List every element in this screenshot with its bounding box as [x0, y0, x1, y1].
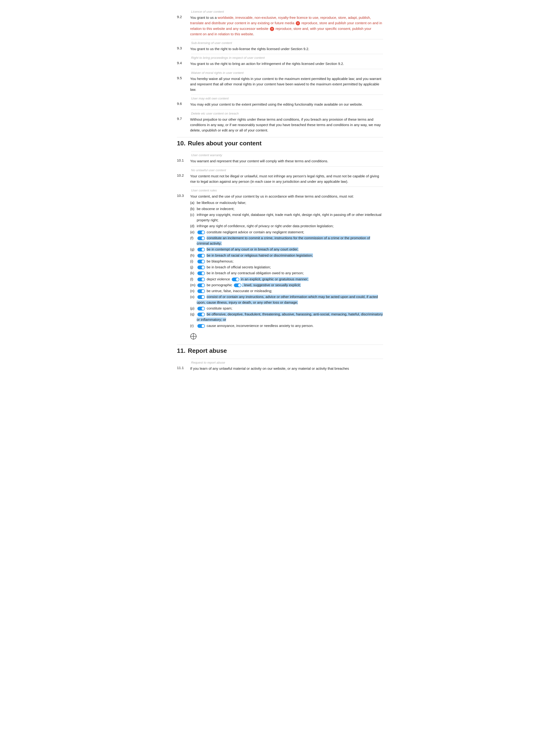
subsection-header: Sub-licensing of user content — [191, 39, 383, 45]
list-letter: (c) — [190, 212, 197, 223]
clause-row: 10.3Your content, and the use of your co… — [177, 193, 383, 329]
list-letter: (i) — [190, 259, 197, 264]
list-item: (o) consist of or contain any instructio… — [190, 294, 383, 305]
list-content: be in breach of official secrets legisla… — [197, 264, 383, 270]
clause-row: 9.5You hereby waive all your moral right… — [177, 76, 383, 93]
section-title: 10. Rules about your content — [177, 137, 383, 149]
list-item: (c)infringe any copyright, moral right, … — [190, 212, 383, 223]
list-letter: (l) — [190, 276, 197, 282]
list-letter: (g) — [190, 247, 197, 252]
subsection-header: User content warranty — [191, 151, 383, 157]
list-content: infringe any copyright, moral right, dat… — [197, 212, 383, 223]
list-letter: (b) — [190, 206, 197, 211]
subsection-header: Right to bring proceedings in respect of… — [191, 54, 383, 59]
list-letter: (k) — [190, 270, 197, 276]
toggle-switch[interactable] — [197, 237, 205, 240]
subsection-header: Request to report abuse — [191, 359, 383, 364]
list-letter: (r) — [190, 323, 197, 328]
subsection-header: Delete etc user content on breach — [191, 110, 383, 115]
prohibited-icon — [270, 27, 274, 31]
clause-row: 9.7Without prejudice to our other rights… — [177, 117, 383, 133]
subsection-header: No unlawful user content — [191, 166, 383, 172]
clause-text: You warrant and represent that your cont… — [190, 158, 383, 164]
crosshair-icon[interactable] — [190, 333, 197, 340]
list-content: be blasphemous; — [197, 259, 383, 264]
list-item: (n) be untrue, false, inaccurate or misl… — [190, 288, 383, 294]
section-label: Rules about your content — [188, 140, 261, 147]
toggle-switch[interactable] — [197, 324, 205, 328]
list-item: (q) be offensive, deceptive, fraudulent,… — [190, 311, 383, 322]
list-content: be in contempt of any court or in breach… — [197, 247, 383, 252]
subsection-header: User may edit own content — [191, 95, 383, 100]
list-letter: (n) — [190, 288, 197, 294]
list-letter: (o) — [190, 294, 197, 305]
toggle-switch[interactable] — [197, 283, 205, 287]
clause-row: 10.1You warrant and represent that your … — [177, 158, 383, 164]
subsection-header: Licence of user content — [191, 8, 383, 13]
subsection-header: Waiver of moral rights in user content — [191, 69, 383, 75]
list-letter: (a) — [190, 200, 197, 205]
clause-number: 10.2 — [177, 173, 190, 184]
list-letter: (q) — [190, 311, 197, 322]
clause-number: 9.6 — [177, 102, 190, 107]
list-item: (j) be in breach of official secrets leg… — [190, 264, 383, 270]
list-content: constitute an incitement to commit a cri… — [197, 235, 383, 246]
list-item: (m) be pornographic , lewd, suggestive o… — [190, 282, 383, 288]
prohibited-icon — [296, 21, 300, 25]
list-content: be obscene or indecent; — [197, 206, 383, 211]
list-item: (k) be in breach of any contractual obli… — [190, 270, 383, 276]
clause-row: 9.6You may edit your content to the exte… — [177, 102, 383, 107]
toggle-switch[interactable] — [197, 313, 205, 316]
clause-text: You hereby waive all your moral rights i… — [190, 76, 383, 93]
list-content: be libellous or maliciously false; — [197, 200, 383, 205]
list-item: (e) constitute negligent advice or conta… — [190, 229, 383, 235]
clause-text: Without prejudice to our other rights un… — [190, 117, 383, 133]
list-item: (g) be in contempt of any court or in br… — [190, 247, 383, 252]
clause-number: 9.4 — [177, 61, 190, 66]
clause-text-partial: cause annoyance, inconvenience or needle… — [206, 324, 313, 328]
list-item: (r) cause annoyance, inconvenience or ne… — [190, 323, 383, 328]
clause-row: 9.2You grant to us a worldwide, irrevoca… — [177, 15, 383, 37]
document-content: Licence of user content9.2You grant to u… — [177, 8, 383, 371]
list-letter: (h) — [190, 253, 197, 258]
clause-text: You grant to us a worldwide, irrevocable… — [190, 15, 383, 37]
section-title: 11. Report abuse — [177, 344, 383, 356]
list-content: constitute negligent advice or contain a… — [197, 229, 383, 235]
clause-number: 9.2 — [177, 15, 190, 37]
list-letter: (m) — [190, 282, 197, 288]
list-letter: (j) — [190, 264, 197, 270]
highlighted-text: be in contempt of any court or in breach… — [206, 247, 298, 251]
list-content: constitute spam; — [197, 306, 383, 311]
clause-number: 10.3 — [177, 193, 190, 329]
clause-number: 11.1 — [177, 366, 190, 371]
list-item: (a)be libellous or maliciously false; — [190, 200, 383, 205]
highlighted-text: be in breach of racial or religious hatr… — [206, 253, 313, 257]
toggle-switch[interactable] — [197, 278, 205, 281]
list-content: depict violence in an explicit, graphic … — [197, 276, 383, 282]
toggle-switch[interactable] — [232, 278, 239, 281]
toggle-switch[interactable] — [197, 231, 205, 234]
sublist: (a)be libellous or maliciously false;(b)… — [190, 200, 383, 328]
toggle-switch[interactable] — [197, 254, 205, 258]
toggle-switch[interactable] — [197, 307, 205, 310]
clause-text: You grant to us the right to sub-license… — [190, 46, 383, 51]
list-content: be untrue, false, inaccurate or misleadi… — [197, 288, 383, 294]
toggle-switch[interactable] — [197, 266, 205, 269]
toggle-switch[interactable] — [197, 260, 205, 263]
toggle-switch[interactable] — [197, 271, 205, 275]
section-number: 10. — [177, 140, 185, 147]
highlighted-text: be offensive, deceptive, fraudulent, thr… — [197, 312, 383, 321]
section-number: 11. — [177, 347, 185, 354]
list-item: (h) be in breach of racial or religious … — [190, 253, 383, 258]
toggle-switch[interactable] — [197, 295, 205, 299]
list-content: be in breach of racial or religious hatr… — [197, 253, 383, 258]
clause-text: If you learn of any unlawful material or… — [190, 366, 383, 371]
toggle-switch[interactable] — [234, 283, 242, 287]
toggle-switch[interactable] — [197, 289, 205, 293]
clause-row: 11.1If you learn of any unlawful materia… — [177, 366, 383, 371]
toggle-switch[interactable] — [197, 248, 205, 252]
clause-text: You may edit your content to the extent … — [190, 102, 383, 107]
list-item: (d)infringe any right of confidence, rig… — [190, 223, 383, 229]
list-content: consist of or contain any instructions, … — [197, 294, 383, 305]
list-letter: (d) — [190, 223, 197, 229]
